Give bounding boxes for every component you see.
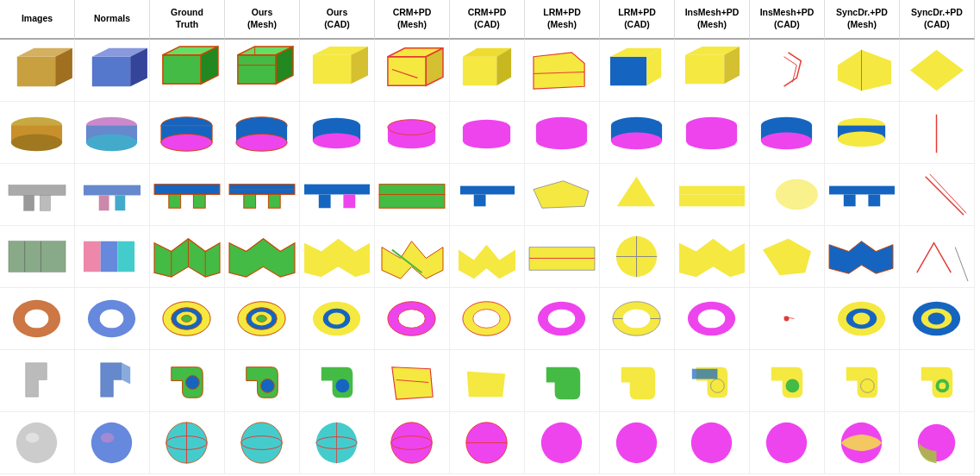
svg-line-102 [930, 174, 966, 213]
row5-ours-cad [300, 288, 375, 350]
svg-marker-24 [534, 53, 584, 89]
svg-rect-88 [343, 195, 355, 209]
svg-point-192 [766, 423, 807, 463]
svg-marker-164 [392, 367, 433, 399]
svg-rect-103 [9, 241, 66, 272]
svg-point-134 [182, 316, 192, 323]
row6-ours-mesh [225, 350, 300, 412]
row7-sync-dr-pd-mesh [825, 412, 900, 474]
row4-lrm-pd-cad [600, 226, 675, 288]
svg-rect-91 [460, 186, 515, 195]
row5-ground-truth [150, 288, 225, 350]
row1-ours-mesh [225, 40, 300, 102]
svg-point-37 [11, 134, 62, 151]
row6-ins-mesh-pd-mesh [675, 350, 750, 412]
svg-marker-94 [617, 177, 655, 207]
svg-rect-89 [379, 185, 445, 195]
row6-lrm-pd-mesh [525, 350, 600, 412]
svg-point-147 [548, 310, 576, 329]
header-images: Images [0, 0, 75, 40]
svg-point-174 [26, 433, 40, 443]
svg-point-172 [939, 382, 946, 389]
svg-point-145 [473, 310, 501, 329]
svg-rect-78 [115, 195, 125, 210]
svg-rect-81 [193, 195, 205, 209]
svg-rect-73 [9, 185, 66, 196]
svg-point-43 [161, 134, 212, 151]
row2-lrm-pd-mesh [525, 102, 600, 164]
svg-point-189 [541, 423, 582, 463]
svg-rect-84 [268, 195, 280, 209]
row1-normals [75, 40, 150, 102]
row4-sync-dr-pd-cad [900, 226, 975, 288]
svg-marker-21 [463, 57, 496, 86]
row3-ins-mesh-pd-cad [750, 164, 825, 226]
row7-lrm-pd-mesh [525, 412, 600, 474]
svg-point-141 [328, 313, 346, 325]
svg-marker-124 [763, 239, 811, 275]
svg-marker-114 [304, 239, 370, 277]
row2-sync-dr-pd-mesh [825, 102, 900, 164]
row6-normals [75, 350, 150, 412]
row2-crm-pd-cad [450, 102, 525, 164]
svg-rect-96 [679, 195, 745, 207]
row6-ins-mesh-pd-cad [750, 350, 825, 412]
row7-images [0, 412, 75, 474]
row3-crm-pd-cad [450, 164, 525, 226]
row4-ours-mesh [225, 226, 300, 288]
svg-point-175 [91, 423, 132, 463]
row1-crm-pd-cad [450, 40, 525, 102]
row3-sync-dr-pd-cad [900, 164, 975, 226]
svg-marker-26 [610, 57, 646, 86]
row2-normals [75, 102, 150, 164]
row3-ours-cad [300, 164, 375, 226]
header-ins-mesh-pd-mesh: InsMesh+PD(Mesh) [675, 0, 750, 40]
row1-ins-mesh-pd-mesh [675, 40, 750, 102]
row3-ground-truth [150, 164, 225, 226]
svg-rect-86 [304, 185, 370, 195]
svg-marker-123 [679, 239, 745, 277]
row5-crm-pd-mesh [375, 288, 450, 350]
row1-lrm-pd-mesh [525, 40, 600, 102]
grid-layout: Images Normals GroundTruth Ours(Mesh) Ou… [0, 0, 980, 476]
row4-crm-pd-mesh [375, 226, 450, 288]
row4-ground-truth [150, 226, 225, 288]
svg-point-163 [336, 379, 350, 393]
row1-ours-cad [300, 40, 375, 102]
row3-crm-pd-mesh [375, 164, 450, 226]
svg-point-167 [711, 379, 725, 393]
svg-rect-75 [40, 195, 50, 210]
row5-lrm-pd-cad [600, 288, 675, 350]
svg-rect-99 [844, 195, 856, 207]
row2-ins-mesh-pd-cad [750, 102, 825, 164]
row4-lrm-pd-mesh [525, 226, 600, 288]
svg-rect-74 [24, 195, 34, 210]
svg-point-56 [463, 133, 510, 148]
svg-marker-115 [382, 241, 443, 279]
svg-rect-95 [679, 186, 745, 195]
row5-sync-dr-pd-mesh [825, 288, 900, 350]
svg-point-62 [611, 133, 662, 150]
row2-crm-pd-mesh [375, 102, 450, 164]
svg-marker-109 [154, 239, 220, 277]
row5-ins-mesh-pd-cad [750, 288, 825, 350]
svg-rect-107 [101, 241, 118, 272]
row1-images [0, 40, 75, 102]
svg-point-190 [616, 423, 657, 463]
row1-lrm-pd-cad [600, 40, 675, 102]
svg-marker-113 [229, 239, 295, 277]
row4-ours-cad [300, 226, 375, 288]
svg-point-152 [698, 310, 726, 329]
row7-ours-mesh [225, 412, 300, 474]
row4-images [0, 226, 75, 288]
svg-point-46 [236, 134, 287, 151]
svg-rect-92 [474, 195, 486, 207]
header-sync-dr-pd-mesh: SyncDr.+PD(Mesh) [825, 0, 900, 40]
row7-crm-pd-cad [450, 412, 525, 474]
row6-ground-truth [150, 350, 225, 412]
row1-sync-dr-pd-cad [900, 40, 975, 102]
svg-marker-17 [388, 57, 426, 86]
svg-rect-168 [692, 369, 718, 379]
svg-rect-80 [169, 195, 181, 209]
svg-rect-79 [154, 185, 220, 195]
